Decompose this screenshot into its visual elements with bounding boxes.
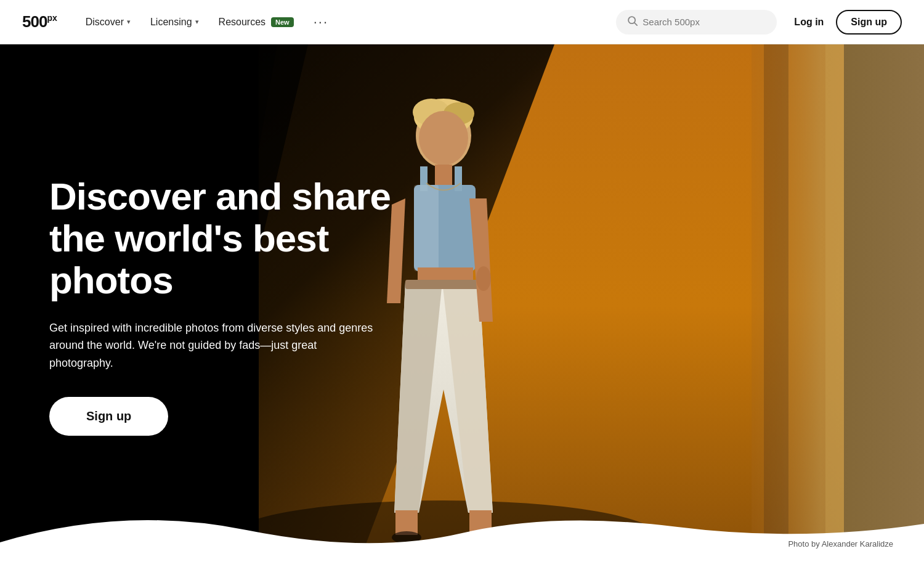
hero-content: Discover and share the world's best phot… <box>0 44 924 567</box>
nav-licensing[interactable]: Licensing ▾ <box>142 12 208 33</box>
logo-text: 500 <box>22 12 47 31</box>
auth-area: Log in Sign up <box>792 10 902 35</box>
nav-resources[interactable]: Resources New <box>210 12 302 33</box>
search-bar <box>616 10 777 35</box>
signup-button-nav[interactable]: Sign up <box>836 10 902 35</box>
nav-links: Discover ▾ Licensing ▾ Resources New ··· <box>77 9 602 35</box>
nav-discover[interactable]: Discover ▾ <box>77 12 139 33</box>
hero-text-block: Discover and share the world's best phot… <box>49 176 431 436</box>
hero-wave-svg <box>0 493 924 567</box>
navbar: 500px Discover ▾ Licensing ▾ Resources N… <box>0 0 924 44</box>
photo-credit: Photo by Alexander Karalidze <box>788 539 893 549</box>
logo-suffix: px <box>47 13 57 23</box>
licensing-label: Licensing <box>150 17 192 28</box>
discover-label: Discover <box>86 17 124 28</box>
licensing-chevron-icon: ▾ <box>195 18 199 26</box>
hero-heading: Discover and share the world's best phot… <box>49 176 431 302</box>
resources-label: Resources <box>219 17 265 28</box>
search-input[interactable] <box>642 17 766 27</box>
search-icon <box>627 15 638 29</box>
logo[interactable]: 500px <box>22 12 57 31</box>
nav-more-button[interactable]: ··· <box>307 9 334 35</box>
hero-subtext: Get inspired with incredible photos from… <box>49 319 382 372</box>
svg-line-1 <box>634 22 637 25</box>
resources-badge: New <box>271 17 294 27</box>
login-button[interactable]: Log in <box>792 12 826 33</box>
hero-section: Discover and share the world's best phot… <box>0 44 924 567</box>
hero-signup-button[interactable]: Sign up <box>49 397 168 436</box>
discover-chevron-icon: ▾ <box>127 18 131 26</box>
